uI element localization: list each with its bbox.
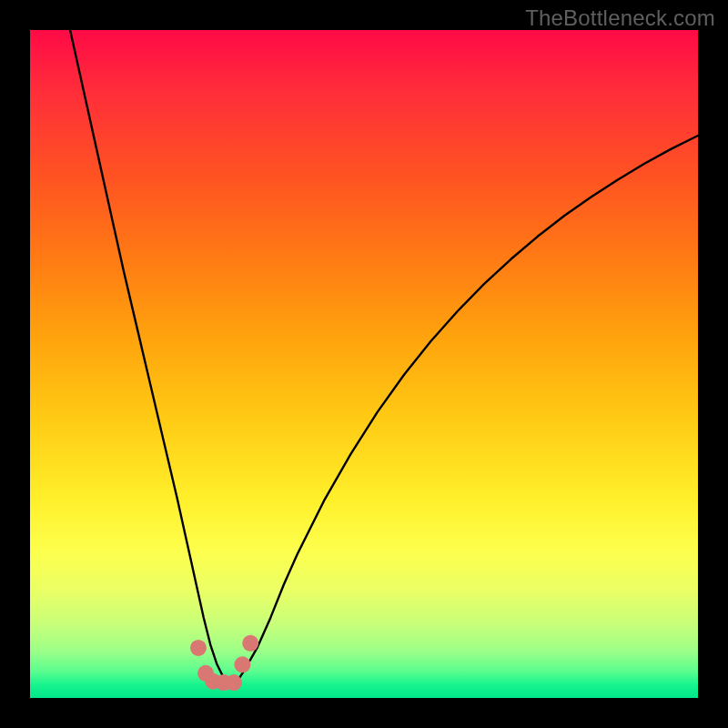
optimum-marker — [226, 674, 242, 691]
optimum-marker — [190, 640, 207, 656]
optimum-markers — [190, 635, 258, 691]
bottleneck-curve — [70, 30, 698, 684]
optimum-marker — [242, 635, 258, 652]
optimum-marker — [234, 656, 250, 672]
plot-area — [30, 30, 698, 698]
watermark-text: TheBottleneck.com — [525, 5, 715, 31]
chart-frame: TheBottleneck.com — [0, 0, 728, 728]
curve-layer — [30, 30, 698, 698]
